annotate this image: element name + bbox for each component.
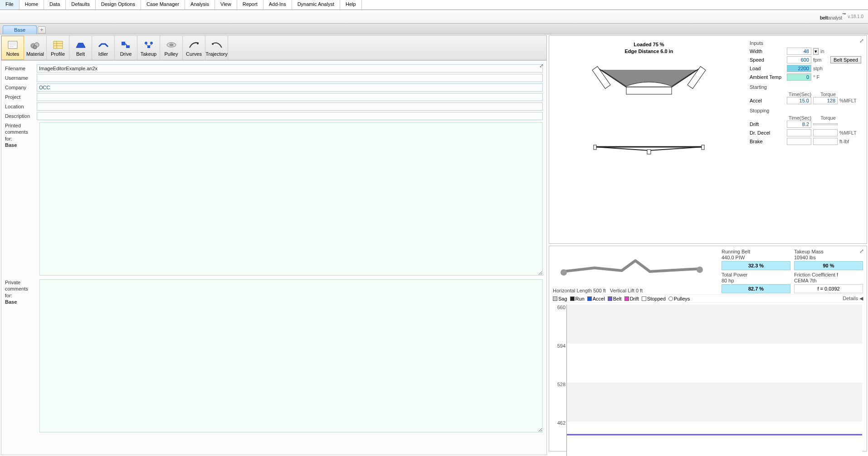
tab-base[interactable]: Base [3,25,37,34]
accel-torque-input[interactable] [813,97,838,104]
idler-icon [97,39,110,50]
friction-val: f = 0.0392 [794,284,863,293]
summary-panel: ⤢ Horizontal Length 500 ft Vertical Lift… [549,246,867,451]
curves-icon [188,39,200,50]
menu-view[interactable]: View [215,0,237,10]
ambient-input[interactable] [787,73,811,81]
toolbtn-idler[interactable]: Idler [92,36,115,60]
brake-torque-input[interactable] [813,138,838,145]
drift-torque-blank [813,123,838,125]
accel-time-input[interactable] [787,97,811,104]
brand-bar: beltanalyst™ v.18.1.0 [0,10,868,24]
legend-stopped[interactable]: Stopped [647,296,666,301]
tension-chart: 660594528462396330264198132660 [551,303,865,456]
project-input[interactable] [37,93,543,101]
takeup-mass-pct: 90 % [794,261,863,270]
svg-point-15 [150,42,153,44]
takeup-mass-val: 10940 lbs [794,255,863,260]
svg-point-21 [197,43,199,44]
menu-home[interactable]: Home [20,0,44,10]
username-label: Username [5,75,37,81]
expand-section-icon[interactable]: ⤢ [859,38,864,44]
svg-rect-25 [688,66,706,88]
section-title: Loaded 75 % Edge Distance 6.0 in [625,41,673,55]
menu-help[interactable]: Help [340,0,362,10]
decel-torque-input[interactable] [813,129,838,136]
private-comments-label: Private comments for: Base [5,279,37,305]
menu-addins[interactable]: Add-Ins [263,0,292,10]
toolbtn-curves-label: Curves [186,51,202,57]
username-input[interactable] [37,74,543,82]
width-dropdown-icon[interactable]: ▾ [813,48,819,55]
toolbtn-drive[interactable]: Drive [115,36,137,60]
toolbtn-trajectory-label: Trajectory [205,51,228,57]
takeup-icon [142,39,155,50]
menu-defaults[interactable]: Defaults [66,0,95,10]
expand-summary-icon[interactable]: ⤢ [859,248,864,254]
toolbtn-pulley[interactable]: Pulley [160,36,183,60]
legend-belt[interactable]: Belt [613,296,622,301]
company-input[interactable] [37,83,543,92]
total-power-label: Total Power [722,272,790,277]
belt-icon [74,39,87,50]
svg-point-31 [697,267,703,273]
filename-input[interactable] [37,64,543,73]
speed-input[interactable] [787,56,811,63]
menu-design-options[interactable]: Design Options [96,0,141,10]
toolbtn-idler-label: Idler [98,51,108,57]
svg-rect-7 [54,41,63,49]
load-unit: stph [813,66,829,71]
belt-speed-button[interactable]: Belt Speed [830,56,861,63]
menu-data[interactable]: Data [44,0,66,10]
menu-report[interactable]: Report [237,0,263,10]
description-label: Description [5,113,37,119]
svg-rect-11 [122,42,125,45]
toolbtn-notes[interactable]: Notes [1,36,24,60]
load-input[interactable] [787,65,811,72]
legend-drift[interactable]: Drift [630,296,639,301]
menu-analysis[interactable]: Analysis [185,0,215,10]
details-button[interactable]: Details ◀ [843,296,863,301]
return-idler-diagram [581,137,717,164]
decel-time-input[interactable] [787,129,811,136]
legend-sag[interactable]: Sag [558,296,567,301]
chart-legend: Sag Run Accel Belt Drift Stopped Pulleys… [551,294,865,303]
total-power-pct: 82.7 % [722,284,790,293]
private-comments-textarea[interactable] [39,279,543,432]
description-input[interactable] [37,112,543,120]
toolbtn-profile-label: Profile [51,51,65,57]
legend-run[interactable]: Run [575,296,585,301]
toolbtn-takeup[interactable]: Takeup [137,36,160,60]
width-label: Width [750,49,785,54]
running-belt-val: 440.0 PIW [722,255,790,260]
legend-accel[interactable]: Accel [593,296,605,301]
drift-time-input[interactable] [787,121,811,128]
location-input[interactable] [37,102,543,111]
toolbtn-belt-label: Belt [76,51,85,57]
printed-comments-textarea[interactable] [39,122,543,276]
drive-icon [120,39,132,50]
stopping-header: Stopping [750,108,862,113]
brake-time-input[interactable] [787,138,811,145]
brake-unit: ft-lbf [839,139,858,144]
menu-dynamic-analyst[interactable]: Dynamic Analyst [292,0,340,10]
svg-line-17 [146,44,148,46]
expand-icon[interactable]: ⤢ [539,63,544,69]
toolbtn-drive-label: Drive [120,51,132,57]
width-input[interactable] [787,48,811,55]
toolbtn-trajectory[interactable]: Trajectory [205,36,228,60]
toolbtn-curves[interactable]: Curves [183,36,205,60]
profile-icon [52,39,64,50]
legend-pulleys[interactable]: Pulleys [674,296,690,301]
ambient-label: Ambient Temp [750,74,785,80]
friction-label: Friction Coefficient f [794,272,863,277]
company-label: Company [5,85,37,90]
toolbtn-profile[interactable]: Profile [47,36,69,60]
time-header-2: Time(Sec) [788,115,812,121]
menu-case-manager[interactable]: Case Manager [141,0,185,10]
toolbtn-belt[interactable]: Belt [69,36,92,60]
menu-file[interactable]: File [0,0,20,10]
tab-add-button[interactable]: + [38,26,46,34]
cross-section-panel: ⤢ Loaded 75 % Edge Distance 6.0 in [549,35,867,244]
toolbtn-material[interactable]: Material [24,36,47,60]
